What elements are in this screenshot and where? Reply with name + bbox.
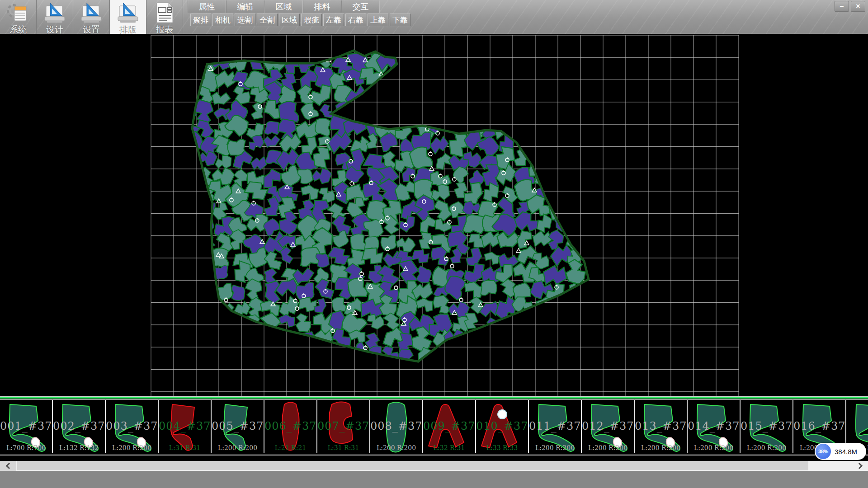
- ruler-icon: [80, 2, 103, 23]
- part-thumbnail-014_#37[interactable]: 014_#37 L:200 R:200: [688, 400, 741, 453]
- ruler-icon: [116, 2, 140, 23]
- part-id-label: 013_#37: [635, 420, 687, 432]
- part-thumbnail-011_#37[interactable]: 011_#37 L:200 R:200: [529, 400, 582, 453]
- part-thumbnail-015_#37[interactable]: 015_#37 L:200 R:200: [741, 400, 793, 453]
- part-id-label: 012_#37: [582, 420, 634, 432]
- nest-drawing: [0, 34, 868, 396]
- close-button[interactable]: ×: [851, 1, 865, 12]
- part-lr-count: L:200 R:200: [635, 444, 687, 451]
- canvas-separator: [0, 396, 868, 397]
- part-id-label: 016_#37: [793, 420, 845, 432]
- part-thumbnail-013_#37[interactable]: 013_#37 L:200 R:200: [635, 400, 688, 453]
- tool-button-6[interactable]: 瑕疵: [301, 14, 322, 26]
- minimize-button[interactable]: –: [835, 1, 849, 12]
- app-button-2[interactable]: 设计: [37, 0, 73, 34]
- menu-tab-2[interactable]: 编辑: [226, 0, 264, 13]
- part-lr-count: L:32 R:31: [423, 444, 475, 451]
- part-lr-count: L:21 R:21: [264, 444, 316, 451]
- part-lr-count: L:33 R:33: [476, 444, 528, 451]
- app-button-3[interactable]: 设置: [73, 0, 110, 34]
- scrollbar-thumb[interactable]: [17, 461, 808, 470]
- menu-tab-3[interactable]: 区域: [264, 0, 303, 13]
- part-lr-count: L:200 R:200: [688, 444, 740, 451]
- tool-button-8[interactable]: 右靠: [345, 14, 366, 26]
- scroll-right-button[interactable]: [852, 461, 868, 471]
- part-lr-count: L:31 R:31: [317, 444, 369, 451]
- part-lr-count: L:31 R:31: [159, 444, 211, 451]
- part-id-label: 002_#37: [53, 420, 105, 432]
- part-id-label: 001_#37: [0, 420, 52, 432]
- part-thumbnail-004_#37[interactable]: 004_#37 L:31 R:31: [159, 400, 212, 453]
- application-window: 系统 设计 设置 排版 报表 属性编辑区域排料交互 聚排相机选割全割区域瑕疵左靠…: [0, 0, 868, 488]
- tool-button-2[interactable]: 相机: [212, 14, 233, 26]
- part-lr-count: L:200 R:200: [212, 444, 264, 451]
- ruler-icon: [43, 2, 66, 23]
- status-bar: [0, 471, 868, 488]
- part-id-label: 005_#37: [212, 420, 264, 432]
- parts-thumbnail-strip[interactable]: 001_#37 L:700 R:700 002_#37 L:132 R:132 …: [0, 399, 868, 455]
- menu-tab-4[interactable]: 排料: [303, 0, 341, 13]
- part-id-label: 010_#37: [476, 420, 528, 432]
- part-id-label: 003_#37: [106, 420, 158, 432]
- part-id-label: 006_#37: [264, 420, 316, 432]
- tool-button-3[interactable]: 选割: [235, 14, 255, 26]
- tool-button-10[interactable]: 下靠: [390, 14, 410, 26]
- part-thumbnail-005_#37[interactable]: 005_#37 L:200 R:200: [212, 400, 264, 453]
- part-thumbnail-012_#37[interactable]: 012_#37 L:200 R:200: [582, 400, 635, 453]
- tool-button-4[interactable]: 全割: [257, 14, 278, 26]
- menu-tabs: 属性编辑区域排料交互: [188, 0, 832, 13]
- menu-tab-5[interactable]: 交互: [341, 0, 380, 13]
- tool-button-5[interactable]: 区域: [279, 14, 300, 26]
- part-id-label: 014_#37: [688, 420, 740, 432]
- part-id-label: 009_#37: [423, 420, 475, 432]
- app-button-5[interactable]: 报表: [146, 0, 183, 34]
- part-lr-count: L:200 R:200: [582, 444, 634, 451]
- part-lr-count: L:132 R:132: [53, 444, 105, 451]
- progress-circle: 38%: [816, 444, 831, 459]
- part-thumbnail-001_#37[interactable]: 001_#37 L:700 R:700: [0, 400, 53, 453]
- part-id-label: 015_#37: [741, 420, 793, 432]
- app-button-1[interactable]: 系统: [0, 0, 37, 34]
- part-thumbnail-006_#37[interactable]: 006_#37 L:21 R:21: [264, 400, 317, 453]
- main-toolbar: 系统 设计 设置 排版 报表 属性编辑区域排料交互 聚排相机选割全割区域瑕疵左靠…: [0, 0, 868, 34]
- strip-divider: [0, 397, 868, 399]
- part-id-label: 011_#37: [529, 420, 581, 432]
- tool-button-7[interactable]: 左靠: [323, 14, 344, 26]
- part-thumbnail-009_#37[interactable]: 009_#37 L:32 R:31: [423, 400, 476, 453]
- horizontal-scrollbar[interactable]: [0, 461, 868, 471]
- tool-button-9[interactable]: 上靠: [368, 14, 388, 26]
- part-thumbnail-002_#37[interactable]: 002_#37 L:132 R:132: [53, 400, 106, 453]
- scroll-left-button[interactable]: [0, 461, 16, 471]
- app-button-4[interactable]: 排版: [110, 0, 146, 34]
- part-thumbnail-007_#37[interactable]: 007_#37 L:31 R:31: [317, 400, 370, 453]
- nesting-canvas[interactable]: [0, 34, 868, 396]
- report-icon: [153, 2, 176, 23]
- part-lr-count: L:700 R:700: [0, 444, 52, 451]
- part-lr-count: L:200 R:200: [370, 444, 422, 451]
- memory-usage-label: 384.8M: [835, 448, 857, 455]
- part-thumbnail-003_#37[interactable]: 003_#37 L:200 R:200: [106, 400, 159, 453]
- part-lr-count: L:200 R:200: [529, 444, 581, 451]
- part-id-label: 004_#37: [159, 420, 211, 432]
- part-lr-count: L:200 R:200: [741, 444, 793, 451]
- part-id-label: 008_#37: [370, 420, 422, 432]
- window-controls: – ×: [835, 1, 865, 12]
- progress-badge: 38% 384.8M: [815, 443, 866, 460]
- part-thumbnail-010_#37[interactable]: 010_#37 L:33 R:33: [476, 400, 529, 453]
- part-id-label: 0: [846, 420, 868, 432]
- part-lr-count: L:200 R:200: [106, 444, 158, 451]
- part-thumbnail-008_#37[interactable]: 008_#37 L:200 R:200: [370, 400, 423, 453]
- app-mode-buttons: 系统 设计 设置 排版 报表: [0, 0, 183, 34]
- menu-tab-1[interactable]: 属性: [188, 0, 226, 13]
- nested-pieces: [174, 34, 593, 373]
- left-arrow-icon: [5, 463, 12, 469]
- tool-buttons: 聚排相机选割全割区域瑕疵左靠右靠上靠下靠: [190, 14, 410, 26]
- system-icon: [6, 2, 30, 23]
- tool-button-1[interactable]: 聚排: [190, 14, 211, 26]
- right-arrow-icon: [856, 463, 862, 469]
- part-id-label: 007_#37: [317, 420, 369, 432]
